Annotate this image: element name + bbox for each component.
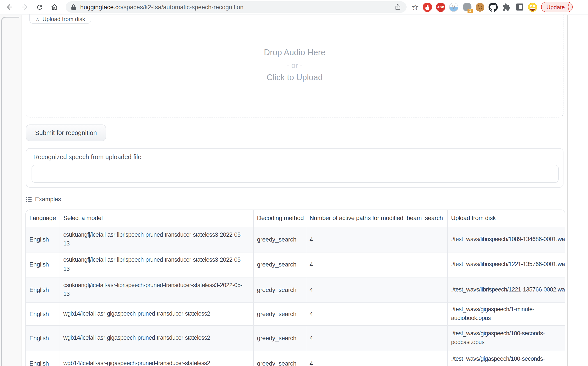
cell-language: English bbox=[26, 351, 60, 366]
back-button[interactable] bbox=[5, 3, 14, 11]
cell-model: wgb14/icefall-asr-gigaspeech-pruned-tran… bbox=[60, 325, 253, 351]
cell-upload: ./test_wavs/librispeech/1221-135766-0001… bbox=[447, 252, 565, 277]
header-language: Language bbox=[26, 210, 60, 227]
side-panel-button[interactable] bbox=[515, 2, 524, 12]
cell-language: English bbox=[26, 252, 60, 277]
menu-kebab-icon bbox=[568, 5, 569, 10]
examples-table-body: Englishcsukuangfj/icefall-asr-librispeec… bbox=[26, 227, 565, 366]
drop-audio-here-text: Drop Audio Here bbox=[26, 48, 564, 57]
cell-upload: ./test_wavs/librispeech/1221-135766-0002… bbox=[447, 277, 565, 302]
examples-list-icon bbox=[26, 196, 32, 202]
header-num-active-paths: Number of active paths for modified_beam… bbox=[306, 210, 447, 227]
content-right-divider bbox=[567, 15, 568, 366]
address-bar[interactable]: huggingface.co/spaces/k2-fsa/automatic-s… bbox=[66, 1, 407, 13]
table-header-row: Language Select a model Decoding method … bbox=[26, 210, 565, 227]
bookmark-star-icon[interactable]: ☆ bbox=[411, 3, 419, 11]
cell-model: wgb14/icefall-asr-gigaspeech-pruned-tran… bbox=[60, 351, 253, 366]
tab-upload-from-disk[interactable]: ♫ Upload from disk bbox=[29, 15, 91, 24]
table-row[interactable]: Englishcsukuangfj/icefall-asr-librispeec… bbox=[26, 252, 565, 277]
adblock-extension-button[interactable] bbox=[423, 2, 432, 12]
left-panel-edge bbox=[0, 15, 22, 366]
cell-upload: ./test_wavs/gigaspeech/100-seconds- podc… bbox=[447, 351, 565, 366]
cell-paths: 4 bbox=[306, 252, 447, 277]
cell-paths: 4 bbox=[306, 325, 447, 351]
home-icon bbox=[50, 3, 58, 11]
github-icon bbox=[489, 2, 498, 12]
cell-decoding: greedy_search bbox=[253, 227, 306, 252]
side-panel-icon bbox=[516, 3, 523, 10]
cell-paths: 4 bbox=[306, 227, 447, 252]
cell-upload: ./test_wavs/librispeech/1089-134686-0001… bbox=[447, 227, 565, 252]
cell-decoding: greedy_search bbox=[253, 325, 306, 351]
browser-toolbar: huggingface.co/spaces/k2-fsa/automatic-s… bbox=[0, 0, 588, 15]
header-decoding-method: Decoding method bbox=[253, 210, 306, 227]
v-extension-button[interactable]: V bbox=[449, 2, 458, 12]
cell-language: English bbox=[26, 302, 60, 325]
cell-paths: 4 bbox=[306, 277, 447, 302]
header-upload-from-disk: Upload from disk bbox=[447, 210, 565, 227]
share-icon[interactable] bbox=[394, 3, 401, 10]
chrome-update-button[interactable]: Update bbox=[541, 2, 573, 12]
abp-label: ABP bbox=[437, 5, 444, 9]
click-to-upload-text[interactable]: Click to Upload bbox=[26, 73, 564, 82]
abp-extension-button[interactable]: ABP bbox=[436, 2, 445, 12]
cell-model: csukuangfj/icefall-asr-librispeech-prune… bbox=[60, 227, 253, 252]
table-row[interactable]: Englishwgb14/icefall-asr-gigaspeech-prun… bbox=[26, 351, 565, 366]
url-text: huggingface.co/spaces/k2-fsa/automatic-s… bbox=[80, 3, 244, 10]
recognized-speech-card: Recognized speech from uploaded file bbox=[26, 148, 564, 188]
reload-icon bbox=[36, 3, 43, 11]
reload-button[interactable] bbox=[35, 3, 44, 11]
cell-language: English bbox=[26, 277, 60, 302]
extensions-menu-button[interactable] bbox=[502, 2, 511, 12]
table-row[interactable]: Englishcsukuangfj/icefall-asr-librispeec… bbox=[26, 227, 565, 252]
github-extension-button[interactable] bbox=[489, 2, 498, 12]
table-row[interactable]: Englishwgb14/icefall-asr-gigaspeech-prun… bbox=[26, 325, 565, 351]
lock-icon bbox=[71, 4, 76, 10]
submit-for-recognition-button[interactable]: Submit for recognition bbox=[26, 124, 106, 141]
header-select-a-model: Select a model bbox=[60, 210, 253, 227]
extension-badge: 1 bbox=[467, 8, 473, 13]
examples-header: Examples bbox=[26, 196, 61, 203]
browser-window: huggingface.co/spaces/k2-fsa/automatic-s… bbox=[0, 0, 588, 366]
cell-model: csukuangfj/icefall-asr-librispeech-prune… bbox=[60, 252, 253, 277]
v-label: V bbox=[452, 4, 455, 10]
cell-model: csukuangfj/icefall-asr-librispeech-prune… bbox=[60, 277, 253, 302]
abp-icon: ABP bbox=[436, 2, 445, 12]
left-panel-corner bbox=[1, 17, 19, 366]
forward-button[interactable] bbox=[20, 3, 29, 11]
music-note-icon: ♫ bbox=[36, 16, 40, 22]
update-label: Update bbox=[546, 4, 565, 10]
cell-paths: 4 bbox=[306, 351, 447, 366]
cell-paths: 4 bbox=[306, 302, 447, 325]
smiley-extension-button[interactable] bbox=[528, 2, 537, 12]
gray-extension-button[interactable]: 1 bbox=[462, 2, 471, 12]
cookie-extension-button[interactable] bbox=[475, 2, 485, 12]
examples-label: Examples bbox=[35, 196, 61, 203]
cell-decoding: greedy_search bbox=[253, 277, 306, 302]
url-host: huggingface.co bbox=[80, 3, 122, 10]
v-extension-icon: V bbox=[449, 2, 458, 12]
recognized-speech-textbox[interactable] bbox=[31, 165, 559, 183]
cell-language: English bbox=[26, 325, 60, 351]
cell-model: wgb14/icefall-asr-gigaspeech-pruned-tran… bbox=[60, 302, 253, 325]
puzzle-icon bbox=[502, 3, 511, 11]
cell-decoding: greedy_search bbox=[253, 252, 306, 277]
table-row[interactable]: Englishcsukuangfj/icefall-asr-librispeec… bbox=[26, 277, 565, 302]
forward-icon bbox=[21, 3, 29, 11]
cell-upload: ./test_wavs/gigaspeech/1-minute- audiobo… bbox=[447, 302, 565, 325]
cell-upload: ./test_wavs/gigaspeech/100-seconds- podc… bbox=[447, 325, 565, 351]
adblock-hand-icon bbox=[423, 2, 432, 12]
cell-decoding: greedy_search bbox=[253, 302, 306, 325]
smiley-icon bbox=[528, 2, 537, 12]
table-row[interactable]: Englishwgb14/icefall-asr-gigaspeech-prun… bbox=[26, 302, 565, 325]
extension-row: ABP V 1 bbox=[423, 2, 537, 12]
examples-table: Language Select a model Decoding method … bbox=[25, 210, 565, 366]
or-text: - or - bbox=[26, 61, 564, 70]
tab-label: Upload from disk bbox=[43, 15, 85, 22]
cookie-icon bbox=[475, 2, 485, 12]
cell-decoding: greedy_search bbox=[253, 351, 306, 366]
home-button[interactable] bbox=[50, 3, 59, 11]
cell-language: English bbox=[26, 227, 60, 252]
url-path: /spaces/k2-fsa/automatic-speech-recognit… bbox=[122, 3, 244, 10]
back-icon bbox=[6, 3, 14, 11]
